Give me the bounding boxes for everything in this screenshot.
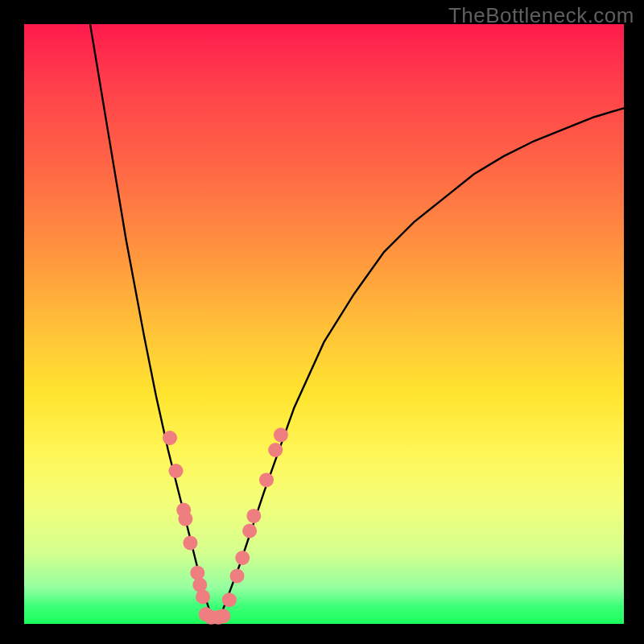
data-marker [268,443,283,457]
data-marker [190,566,204,580]
data-marker [242,524,257,539]
data-marker [246,509,261,523]
marker-layer [163,427,288,625]
data-marker [163,431,177,445]
curve-layer [24,24,624,624]
data-marker [235,551,250,565]
data-marker [178,512,192,526]
bottleneck-curve [90,24,624,618]
data-marker [274,427,288,442]
watermark-text: TheBottleneck.com [448,3,634,28]
data-marker [222,592,237,607]
data-marker [169,464,184,478]
data-marker [216,609,230,623]
chart-frame: TheBottleneck.com [0,0,644,644]
data-marker [196,590,210,605]
data-marker [183,535,197,550]
data-marker [259,473,274,487]
data-marker [230,568,245,583]
plot-area [24,24,624,624]
